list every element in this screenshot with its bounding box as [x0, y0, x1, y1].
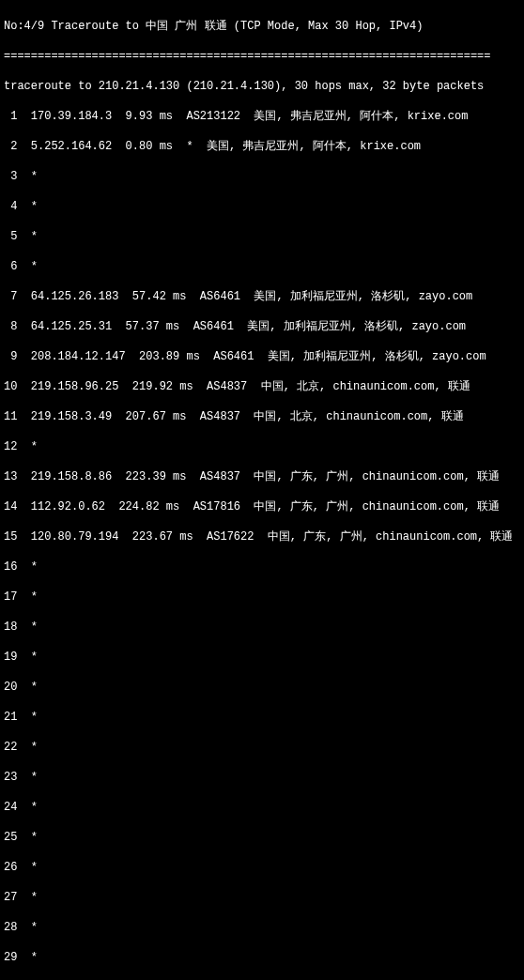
hop-row: 4 * [4, 199, 520, 214]
hop-row: 12 * [4, 439, 520, 454]
hop-row: 21 * [4, 710, 520, 725]
hop-row: 1 170.39.184.3 9.93 ms AS213122 美国, 弗吉尼亚… [4, 109, 520, 124]
hop-row: 17 * [4, 590, 520, 605]
hop-row: 23 * [4, 770, 520, 785]
hop-row: 27 * [4, 890, 520, 905]
hop-row: 6 * [4, 259, 520, 274]
hop-row: 10 219.158.96.25 219.92 ms AS4837 中国, 北京… [4, 379, 520, 394]
hop-row: 2 5.252.164.62 0.80 ms * 美国, 弗吉尼亚州, 阿什本,… [4, 139, 520, 154]
hop-row: 20 * [4, 680, 520, 695]
hop-row: 5 * [4, 229, 520, 244]
hop-row: 9 208.184.12.147 203.89 ms AS6461 美国, 加利… [4, 349, 520, 364]
hop-row: 7 64.125.26.183 57.42 ms AS6461 美国, 加利福尼… [4, 289, 520, 304]
traceroute-header: No:4/9 Traceroute to 中国 广州 联通 (TCP Mode,… [4, 19, 520, 34]
hop-row: 22 * [4, 740, 520, 755]
separator: ========================================… [4, 49, 520, 64]
hop-row: 19 * [4, 650, 520, 665]
hop-row: 26 * [4, 860, 520, 875]
hop-row: 25 * [4, 830, 520, 845]
hop-row: 28 * [4, 920, 520, 935]
traceroute-summary: traceroute to 210.21.4.130 (210.21.4.130… [4, 79, 520, 94]
hop-row: 16 * [4, 559, 520, 574]
terminal-output: No:4/9 Traceroute to 中国 广州 联通 (TCP Mode,… [0, 0, 524, 980]
hop-row: 11 219.158.3.49 207.67 ms AS4837 中国, 北京,… [4, 409, 520, 424]
hop-row: 29 * [4, 950, 520, 965]
hop-row: 15 120.80.79.194 223.67 ms AS17622 中国, 广… [4, 529, 520, 544]
hop-row: 18 * [4, 620, 520, 635]
hop-row: 8 64.125.25.31 57.37 ms AS6461 美国, 加利福尼亚… [4, 319, 520, 334]
hop-row: 14 112.92.0.62 224.82 ms AS17816 中国, 广东,… [4, 499, 520, 514]
hop-row: 3 * [4, 169, 520, 184]
hop-row: 13 219.158.8.86 223.39 ms AS4837 中国, 广东,… [4, 469, 520, 484]
hop-row: 24 * [4, 800, 520, 815]
